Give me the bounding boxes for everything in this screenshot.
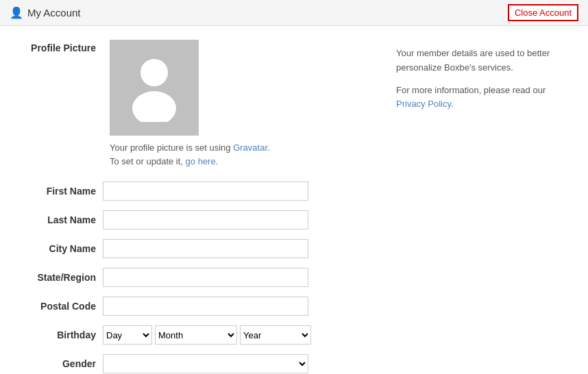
state-region-row: State/Region [21, 268, 369, 287]
info-panel: Your member details are used to better p… [396, 40, 567, 374]
first-name-label: First Name [21, 186, 96, 197]
postal-code-label: Postal Code [21, 301, 96, 312]
first-name-input[interactable] [103, 182, 308, 201]
last-name-input[interactable] [103, 210, 308, 229]
avatar [110, 40, 199, 136]
user-icon: 👤 [10, 6, 23, 19]
postal-code-row: Postal Code [21, 297, 369, 316]
info-line1: Your member details are used to better p… [396, 47, 567, 75]
birthday-fields: Day 12345 678910 1112131415 1617181920 2… [103, 325, 311, 345]
city-name-label: City Name [21, 243, 96, 254]
city-name-row: City Name [21, 239, 369, 258]
info-line2: For more information, please read our Pr… [396, 84, 567, 112]
gravatar-text: Your profile picture is set using Gravat… [110, 141, 270, 168]
header: 👤 My Account Close Account [0, 0, 588, 26]
gravatar-link[interactable]: Gravatar [233, 142, 267, 153]
gender-row: Gender Male Female Other [21, 354, 369, 373]
birthday-month-select[interactable]: Month JanuaryFebruaryMarchApril MayJuneJ… [155, 325, 237, 345]
svg-point-1 [132, 91, 176, 122]
profile-content: Your profile picture is set using Gravat… [110, 40, 270, 168]
birthday-year-select[interactable]: Year [240, 325, 311, 345]
profile-picture-section: Profile Picture Your profile picture is … [21, 40, 369, 168]
privacy-policy-link[interactable]: Privacy Policy [396, 99, 451, 109]
postal-code-input[interactable] [103, 297, 308, 316]
birthday-day-select[interactable]: Day 12345 678910 1112131415 1617181920 2… [103, 325, 152, 345]
profile-picture-label: Profile Picture [21, 40, 96, 53]
main-content: Profile Picture Your profile picture is … [0, 26, 588, 374]
birthday-label: Birthday [21, 329, 96, 340]
left-panel: Profile Picture Your profile picture is … [21, 40, 369, 374]
first-name-row: First Name [21, 182, 369, 201]
go-here-link[interactable]: go here [186, 156, 216, 166]
close-account-button[interactable]: Close Account [508, 4, 578, 21]
city-name-input[interactable] [103, 239, 308, 258]
gender-select[interactable]: Male Female Other [103, 354, 308, 373]
state-region-label: State/Region [21, 272, 96, 283]
header-title-group: 👤 My Account [10, 6, 81, 19]
last-name-label: Last Name [21, 214, 96, 225]
gender-label: Gender [21, 358, 96, 369]
svg-point-0 [140, 59, 168, 86]
birthday-row: Birthday Day 12345 678910 1112131415 161… [21, 325, 369, 345]
page-title: My Account [27, 7, 81, 18]
state-region-input[interactable] [103, 268, 308, 287]
last-name-row: Last Name [21, 210, 369, 229]
